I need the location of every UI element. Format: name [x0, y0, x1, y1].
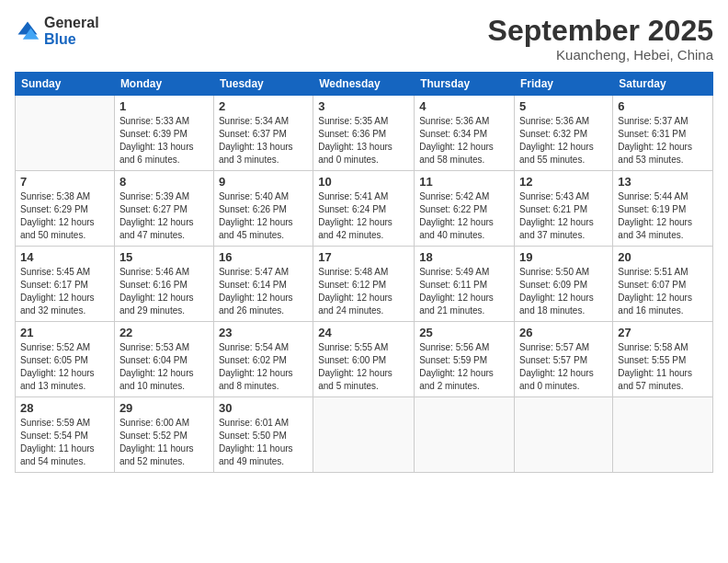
day-number: 9 — [219, 175, 308, 189]
calendar-cell-w4-d7: 27Sunrise: 5:58 AM Sunset: 5:55 PM Dayli… — [613, 322, 713, 397]
day-info: Sunrise: 6:00 AM Sunset: 5:52 PM Dayligh… — [119, 417, 209, 468]
day-number: 21 — [20, 326, 109, 339]
day-info: Sunrise: 5:40 AM Sunset: 6:26 PM Dayligh… — [219, 190, 308, 242]
day-info: Sunrise: 5:38 AM Sunset: 6:29 PM Dayligh… — [20, 190, 109, 242]
day-number: 8 — [119, 175, 209, 189]
page: General Blue September 2025 Kuancheng, H… — [0, 0, 728, 563]
day-number: 20 — [618, 250, 708, 264]
day-info: Sunrise: 5:35 AM Sunset: 6:36 PM Dayligh… — [318, 115, 409, 167]
calendar-cell-w5-d3: 30Sunrise: 6:01 AM Sunset: 5:50 PM Dayli… — [213, 397, 313, 473]
day-number: 17 — [318, 250, 409, 264]
logo-icon — [15, 18, 40, 44]
week-row-3: 14Sunrise: 5:45 AM Sunset: 6:17 PM Dayli… — [16, 247, 713, 322]
day-number: 27 — [618, 326, 708, 339]
calendar-cell-w1-d7: 6Sunrise: 5:37 AM Sunset: 6:31 PM Daylig… — [613, 96, 713, 171]
week-row-5: 28Sunrise: 5:59 AM Sunset: 5:54 PM Dayli… — [16, 397, 713, 473]
day-number: 18 — [419, 250, 509, 264]
calendar-cell-w4-d5: 25Sunrise: 5:56 AM Sunset: 5:59 PM Dayli… — [415, 322, 515, 397]
day-info: Sunrise: 5:39 AM Sunset: 6:27 PM Dayligh… — [119, 190, 209, 242]
calendar-cell-w4-d3: 23Sunrise: 5:54 AM Sunset: 6:02 PM Dayli… — [213, 322, 313, 397]
logo: General Blue — [15, 15, 99, 47]
day-number: 23 — [219, 326, 308, 339]
day-number: 24 — [318, 326, 409, 339]
week-row-2: 7Sunrise: 5:38 AM Sunset: 6:29 PM Daylig… — [16, 171, 713, 247]
calendar-cell-w5-d6 — [515, 397, 613, 473]
day-number: 10 — [318, 175, 409, 189]
day-number: 26 — [519, 326, 608, 339]
header: General Blue September 2025 Kuancheng, H… — [15, 15, 713, 63]
day-info: Sunrise: 5:36 AM Sunset: 6:34 PM Dayligh… — [419, 115, 509, 167]
day-info: Sunrise: 5:43 AM Sunset: 6:21 PM Dayligh… — [519, 190, 608, 242]
calendar-cell-w2-d1: 7Sunrise: 5:38 AM Sunset: 6:29 PM Daylig… — [16, 171, 115, 247]
header-tuesday: Tuesday — [213, 73, 313, 96]
calendar-cell-w3-d6: 19Sunrise: 5:50 AM Sunset: 6:09 PM Dayli… — [515, 247, 613, 322]
header-monday: Monday — [114, 73, 213, 96]
day-number: 6 — [618, 99, 708, 113]
calendar-cell-w2-d3: 9Sunrise: 5:40 AM Sunset: 6:26 PM Daylig… — [213, 171, 313, 247]
day-number: 5 — [519, 99, 608, 113]
calendar-cell-w3-d4: 17Sunrise: 5:48 AM Sunset: 6:12 PM Dayli… — [313, 247, 415, 322]
day-info: Sunrise: 5:57 AM Sunset: 5:57 PM Dayligh… — [519, 341, 608, 393]
day-info: Sunrise: 5:58 AM Sunset: 5:55 PM Dayligh… — [618, 341, 708, 393]
day-info: Sunrise: 6:01 AM Sunset: 5:50 PM Dayligh… — [219, 417, 308, 468]
day-info: Sunrise: 5:46 AM Sunset: 6:16 PM Dayligh… — [119, 266, 209, 317]
calendar-cell-w2-d2: 8Sunrise: 5:39 AM Sunset: 6:27 PM Daylig… — [114, 171, 213, 247]
day-number: 3 — [318, 99, 409, 113]
calendar-cell-w2-d5: 11Sunrise: 5:42 AM Sunset: 6:22 PM Dayli… — [415, 171, 515, 247]
logo-text: General Blue — [44, 15, 99, 47]
calendar-cell-w5-d1: 28Sunrise: 5:59 AM Sunset: 5:54 PM Dayli… — [16, 397, 115, 473]
day-info: Sunrise: 5:33 AM Sunset: 6:39 PM Dayligh… — [119, 115, 209, 167]
day-number: 19 — [519, 250, 608, 264]
day-number: 29 — [119, 401, 209, 415]
calendar-cell-w1-d5: 4Sunrise: 5:36 AM Sunset: 6:34 PM Daylig… — [415, 96, 515, 171]
day-number: 25 — [419, 326, 509, 339]
day-number: 28 — [20, 401, 109, 415]
header-sunday: Sunday — [16, 73, 115, 96]
day-info: Sunrise: 5:48 AM Sunset: 6:12 PM Dayligh… — [318, 266, 409, 317]
day-number: 14 — [20, 250, 109, 264]
day-number: 12 — [519, 175, 608, 189]
day-number: 30 — [219, 401, 308, 415]
day-info: Sunrise: 5:42 AM Sunset: 6:22 PM Dayligh… — [419, 190, 509, 242]
day-info: Sunrise: 5:41 AM Sunset: 6:24 PM Dayligh… — [318, 190, 409, 242]
header-saturday: Saturday — [613, 73, 713, 96]
calendar-cell-w1-d1 — [16, 96, 115, 171]
day-info: Sunrise: 5:50 AM Sunset: 6:09 PM Dayligh… — [519, 266, 608, 317]
calendar-cell-w3-d1: 14Sunrise: 5:45 AM Sunset: 6:17 PM Dayli… — [16, 247, 115, 322]
day-info: Sunrise: 5:53 AM Sunset: 6:04 PM Dayligh… — [119, 341, 209, 393]
calendar-cell-w1-d6: 5Sunrise: 5:36 AM Sunset: 6:32 PM Daylig… — [515, 96, 613, 171]
header-friday: Friday — [515, 73, 613, 96]
day-number: 13 — [618, 175, 708, 189]
day-info: Sunrise: 5:51 AM Sunset: 6:07 PM Dayligh… — [618, 266, 708, 317]
calendar-cell-w5-d7 — [613, 397, 713, 473]
day-info: Sunrise: 5:56 AM Sunset: 5:59 PM Dayligh… — [419, 341, 509, 393]
day-number: 7 — [20, 175, 109, 189]
day-info: Sunrise: 5:59 AM Sunset: 5:54 PM Dayligh… — [20, 417, 109, 468]
day-number: 15 — [119, 250, 209, 264]
calendar-cell-w1-d4: 3Sunrise: 5:35 AM Sunset: 6:36 PM Daylig… — [313, 96, 415, 171]
header-wednesday: Wednesday — [313, 73, 415, 96]
calendar-cell-w4-d2: 22Sunrise: 5:53 AM Sunset: 6:04 PM Dayli… — [114, 322, 213, 397]
day-info: Sunrise: 5:47 AM Sunset: 6:14 PM Dayligh… — [219, 266, 308, 317]
week-row-4: 21Sunrise: 5:52 AM Sunset: 6:05 PM Dayli… — [16, 322, 713, 397]
day-info: Sunrise: 5:45 AM Sunset: 6:17 PM Dayligh… — [20, 266, 109, 317]
calendar-cell-w5-d5 — [415, 397, 515, 473]
calendar-cell-w5-d2: 29Sunrise: 6:00 AM Sunset: 5:52 PM Dayli… — [114, 397, 213, 473]
calendar-cell-w4-d4: 24Sunrise: 5:55 AM Sunset: 6:00 PM Dayli… — [313, 322, 415, 397]
calendar-cell-w5-d4 — [313, 397, 415, 473]
location: Kuancheng, Hebei, China — [488, 47, 713, 63]
day-info: Sunrise: 5:36 AM Sunset: 6:32 PM Dayligh… — [519, 115, 608, 167]
calendar-cell-w4-d1: 21Sunrise: 5:52 AM Sunset: 6:05 PM Dayli… — [16, 322, 115, 397]
calendar-cell-w1-d2: 1Sunrise: 5:33 AM Sunset: 6:39 PM Daylig… — [114, 96, 213, 171]
calendar-cell-w2-d4: 10Sunrise: 5:41 AM Sunset: 6:24 PM Dayli… — [313, 171, 415, 247]
day-info: Sunrise: 5:44 AM Sunset: 6:19 PM Dayligh… — [618, 190, 708, 242]
day-number: 4 — [419, 99, 509, 113]
day-info: Sunrise: 5:49 AM Sunset: 6:11 PM Dayligh… — [419, 266, 509, 317]
logo-general: General — [44, 15, 99, 31]
calendar: Sunday Monday Tuesday Wednesday Thursday… — [15, 72, 713, 473]
day-info: Sunrise: 5:52 AM Sunset: 6:05 PM Dayligh… — [20, 341, 109, 393]
day-number: 1 — [119, 99, 209, 113]
day-number: 11 — [419, 175, 509, 189]
calendar-cell-w3-d3: 16Sunrise: 5:47 AM Sunset: 6:14 PM Dayli… — [213, 247, 313, 322]
calendar-cell-w3-d2: 15Sunrise: 5:46 AM Sunset: 6:16 PM Dayli… — [114, 247, 213, 322]
